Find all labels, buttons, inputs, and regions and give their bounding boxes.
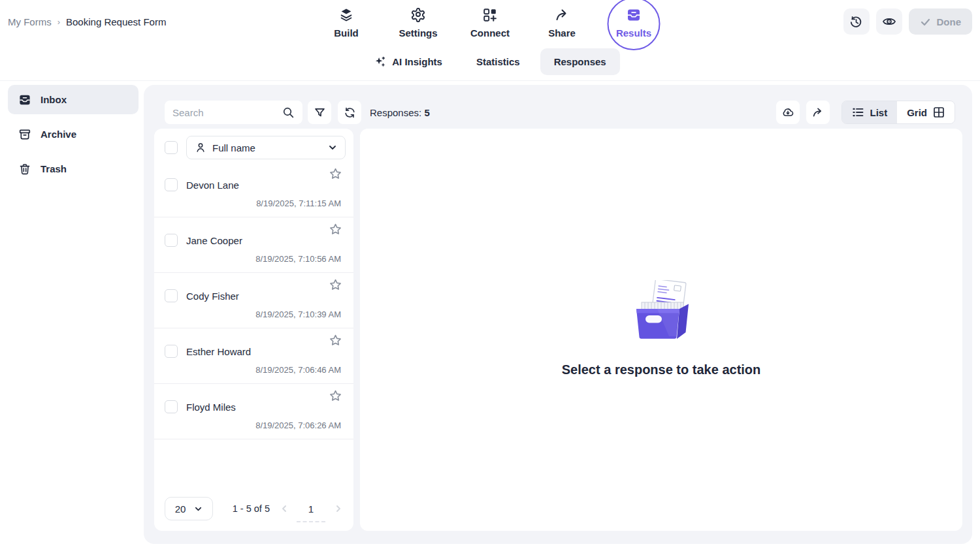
share-arrow-icon <box>554 7 570 23</box>
response-name: Jane Cooper <box>186 235 242 246</box>
page-size-value: 20 <box>175 503 186 515</box>
toolbar-right: List Grid <box>776 101 955 124</box>
nav-item-connect[interactable]: Connect <box>468 0 512 39</box>
history-icon <box>849 15 863 29</box>
response-row[interactable]: Cody Fisher 8/19/2025, 7:10:39 AM <box>154 273 353 328</box>
tab-statistics-label: Statistics <box>476 56 520 67</box>
tab-responses[interactable]: Responses <box>540 48 620 75</box>
responses-count-value: 5 <box>424 107 429 118</box>
column-selector-dropdown[interactable]: Full name <box>186 136 346 159</box>
star-icon[interactable] <box>329 167 342 181</box>
grid-view-icon <box>933 106 945 118</box>
next-page-icon[interactable] <box>334 504 343 513</box>
breadcrumb-separator: › <box>57 17 60 27</box>
nav-label-results: Results <box>616 27 651 39</box>
refresh-button[interactable] <box>338 101 361 124</box>
trash-icon <box>18 163 31 176</box>
responses-list-panel: Full name Devon Lane 8/19/2025, 7:11:15 … <box>154 129 353 531</box>
breadcrumb: My Forms › Booking Request Form <box>8 0 166 43</box>
gear-icon <box>410 7 426 23</box>
breadcrumb-form-title: Booking Request Form <box>66 16 166 27</box>
nav-item-results[interactable]: Results <box>612 0 655 39</box>
response-name: Esther Howard <box>186 346 251 357</box>
response-row[interactable]: Jane Cooper 8/19/2025, 7:10:56 AM <box>154 217 353 273</box>
connect-squares-icon <box>482 7 498 23</box>
sparkles-icon <box>374 56 386 68</box>
preview-button[interactable] <box>876 8 902 35</box>
view-toggle: List Grid <box>841 101 955 124</box>
nav-label-build: Build <box>334 27 359 39</box>
done-label: Done <box>937 16 962 27</box>
sidebar-item-inbox[interactable]: Inbox <box>8 85 139 114</box>
star-icon[interactable] <box>329 278 342 292</box>
response-timestamp: 8/19/2025, 7:10:39 AM <box>165 309 342 319</box>
tab-ai-insights[interactable]: AI Insights <box>360 48 456 76</box>
pagination: 20 1 - 5 of 5 1 <box>154 488 353 531</box>
header-actions: Done <box>843 8 973 35</box>
cloud-download-icon <box>781 106 794 119</box>
layers-icon <box>338 7 354 23</box>
chevron-down-icon <box>194 505 203 513</box>
row-checkbox[interactable] <box>165 400 178 413</box>
breadcrumb-my-forms[interactable]: My Forms <box>8 16 52 27</box>
nav-item-build[interactable]: Build <box>325 0 368 39</box>
nav-label-settings: Settings <box>399 27 437 39</box>
view-toggle-grid-label: Grid <box>907 107 927 118</box>
filter-button[interactable] <box>308 101 331 124</box>
nav-item-settings[interactable]: Settings <box>397 0 440 39</box>
current-page[interactable]: 1 <box>298 503 324 515</box>
inbox-tray-icon <box>626 7 642 23</box>
inbox-icon <box>18 93 31 106</box>
person-icon <box>195 142 206 153</box>
download-button[interactable] <box>776 101 800 124</box>
pagination-range: 1 - 5 of 5 <box>233 503 270 514</box>
responses-count-label: Responses: <box>370 107 421 118</box>
view-toggle-list[interactable]: List <box>842 101 897 123</box>
row-checkbox[interactable] <box>165 345 178 358</box>
nav-label-connect: Connect <box>470 27 510 39</box>
export-button[interactable] <box>806 101 830 124</box>
column-selector-label: Full name <box>212 142 322 153</box>
responses-card: Responses: 5 List <box>144 85 972 544</box>
empty-state: Select a response to take action <box>562 280 761 377</box>
select-all-checkbox[interactable] <box>165 141 178 154</box>
search-icon[interactable] <box>282 106 295 119</box>
nav-item-share[interactable]: Share <box>540 0 583 39</box>
response-timestamp: 8/19/2025, 7:11:15 AM <box>165 198 342 208</box>
response-name: Floyd Miles <box>186 402 236 413</box>
sidebar-item-inbox-label: Inbox <box>41 94 67 105</box>
search-box[interactable] <box>165 101 302 124</box>
prev-page-icon[interactable] <box>280 504 289 513</box>
sidebar-item-trash[interactable]: Trash <box>8 154 139 183</box>
response-name: Devon Lane <box>186 180 239 191</box>
page-size-dropdown[interactable]: 20 <box>165 497 213 520</box>
responses-count: Responses: 5 <box>370 107 430 118</box>
star-icon[interactable] <box>329 223 342 236</box>
done-button[interactable]: Done <box>909 8 973 35</box>
row-checkbox[interactable] <box>165 234 178 247</box>
response-row[interactable]: Devon Lane 8/19/2025, 7:11:15 AM <box>154 162 353 217</box>
list-header: Full name <box>154 129 353 162</box>
row-checkbox[interactable] <box>165 289 178 302</box>
view-toggle-grid[interactable]: Grid <box>897 101 955 123</box>
tab-responses-label: Responses <box>554 56 606 67</box>
folders-sidebar: Inbox Archive Trash <box>8 85 139 183</box>
response-timestamp: 8/19/2025, 7:06:26 AM <box>165 420 342 430</box>
star-icon[interactable] <box>329 334 342 347</box>
response-row[interactable]: Esther Howard 8/19/2025, 7:06:46 AM <box>154 328 353 384</box>
check-icon <box>920 16 931 27</box>
file-box-illustration <box>629 280 694 344</box>
sidebar-item-archive[interactable]: Archive <box>8 119 139 149</box>
tab-statistics[interactable]: Statistics <box>463 48 534 75</box>
response-detail-panel: Select a response to take action <box>360 129 962 531</box>
eye-icon <box>882 14 896 29</box>
response-row[interactable]: Floyd Miles 8/19/2025, 7:06:26 AM <box>154 384 353 439</box>
response-timestamp: 8/19/2025, 7:06:46 AM <box>165 365 342 375</box>
star-icon[interactable] <box>329 389 342 403</box>
search-input[interactable] <box>172 107 277 118</box>
archive-icon <box>18 128 31 141</box>
chevron-down-icon <box>328 143 337 152</box>
row-checkbox[interactable] <box>165 178 178 191</box>
history-button[interactable] <box>843 8 870 35</box>
sidebar-item-archive-label: Archive <box>41 129 76 140</box>
